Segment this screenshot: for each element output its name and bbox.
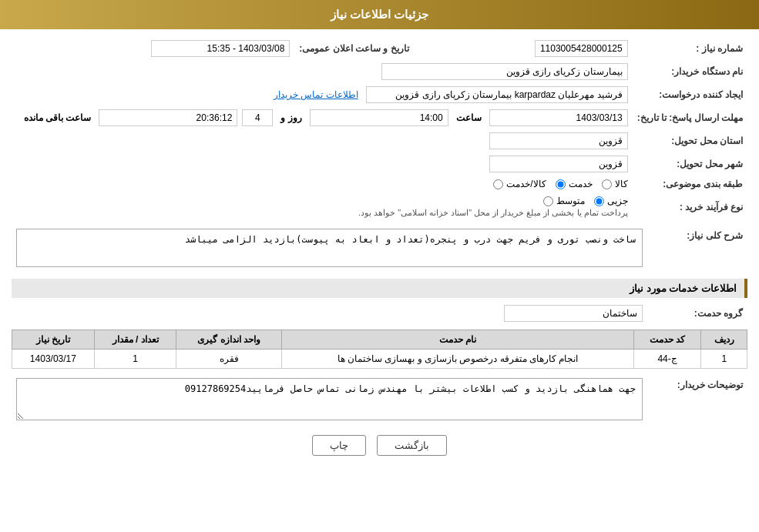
col-header-0: ردیف — [701, 330, 747, 350]
deadline-time-label: ساعت — [456, 112, 482, 123]
process-motavasset-radio[interactable] — [543, 196, 553, 206]
city-label: شهر محل تحویل: — [633, 152, 747, 176]
buyer-name-label: نام دستگاه خریدار: — [633, 60, 747, 83]
table-cell-0-2: انجام کارهای متفرقه درخصوص بازسازی و بهس… — [282, 350, 634, 369]
deadline-label: مهلت ارسال پاسخ: تا تاریخ: — [633, 106, 747, 129]
category-kala-khedmat-label: کالا/خدمت — [506, 179, 546, 189]
creator-contact-link[interactable]: اطلاعات تماس خریدار — [274, 89, 358, 100]
group-service-value: ساختمان — [504, 305, 643, 322]
col-header-5: تاریخ نیاز — [12, 330, 95, 350]
buyer-name-value: بیمارستان زکریای رازی قزوین — [381, 63, 628, 80]
process-label: نوع فرآیند خرید : — [633, 192, 747, 221]
creator-label: ایجاد کننده درخواست: — [633, 83, 747, 106]
table-cell-0-1: ج-44 — [633, 350, 701, 369]
category-khedmat-option[interactable]: خدمت — [556, 179, 593, 189]
request-number-value: 1103005428000125 — [535, 40, 628, 57]
province-label: استان محل تحویل: — [633, 129, 747, 152]
process-jozii-label: جزیی — [607, 196, 628, 206]
description-textarea — [16, 229, 643, 267]
category-khedmat-radio[interactable] — [556, 179, 566, 189]
category-kala-label: کالا — [615, 179, 628, 189]
col-header-2: نام حدمت — [282, 330, 634, 350]
table-cell-0-3: فقره — [176, 350, 282, 369]
services-section-title: اطلاعات خدمات مورد نیاز — [12, 279, 747, 298]
request-number-label: شماره نیاز : — [633, 37, 747, 60]
services-table: ردیفکد حدمتنام حدمتواحد اندازه گیریتعداد… — [12, 330, 747, 369]
col-header-1: کد حدمت — [633, 330, 701, 350]
table-row: 1ج-44انجام کارهای متفرقه درخصوص بازسازی … — [12, 350, 747, 369]
table-cell-0-4: 1 — [94, 350, 176, 369]
table-cell-0-5: 1403/03/17 — [12, 350, 95, 369]
print-button[interactable]: چاپ — [312, 435, 366, 456]
category-kala-option[interactable]: کالا — [602, 179, 628, 189]
process-note: پرداخت تمام یا بخشی از مبلغ خریدار از مح… — [16, 208, 628, 218]
button-row: بازگشت چاپ — [12, 435, 747, 456]
announce-value: 1403/03/08 - 15:35 — [151, 40, 290, 57]
process-motavasset-option[interactable]: متوسط — [543, 196, 585, 206]
deadline-time-value: 14:00 — [310, 109, 448, 126]
page-title: جزئیات اطلاعات نیاز — [331, 8, 428, 21]
process-jozii-option[interactable]: جزیی — [594, 196, 628, 206]
deadline-remain-label: ساعت باقی مانده — [24, 112, 92, 123]
city-value: قزوین — [489, 156, 628, 172]
category-kala-radio[interactable] — [602, 179, 612, 189]
buyer-notes-label: توضیحات خریدار: — [647, 375, 747, 426]
table-cell-0-0: 1 — [701, 350, 747, 369]
col-header-4: تعداد / مقدار — [94, 330, 176, 350]
col-header-3: واحد اندازه گیری — [176, 330, 282, 350]
category-kala-khedmat-radio[interactable] — [493, 179, 503, 189]
creator-value: فرشید مهرعلیان karpardaz بیمارستان زکریا… — [366, 86, 628, 103]
deadline-days-value: 4 — [242, 109, 273, 126]
category-label: طبقه بندی موضوعی: — [633, 176, 747, 192]
process-jozii-radio[interactable] — [594, 196, 604, 206]
process-motavasset-label: متوسط — [556, 196, 585, 206]
deadline-remain-value: 20:36:12 — [99, 109, 237, 126]
buyer-notes-textarea — [16, 378, 643, 420]
category-khedmat-label: خدمت — [569, 179, 593, 189]
deadline-day-label: روز و — [280, 112, 301, 123]
province-value: قزوین — [489, 132, 628, 149]
deadline-date-value: 1403/03/13 — [489, 109, 628, 126]
announce-label: تاریخ و ساعت اعلان عمومی: — [294, 37, 413, 60]
group-service-label: گروه حدمت: — [647, 302, 747, 325]
page-header: جزئیات اطلاعات نیاز — [0, 0, 759, 29]
category-kala-khedmat-option[interactable]: کالا/خدمت — [493, 179, 546, 189]
back-button[interactable]: بازگشت — [377, 435, 447, 456]
description-label: شرح کلی نیاز: — [647, 226, 747, 273]
